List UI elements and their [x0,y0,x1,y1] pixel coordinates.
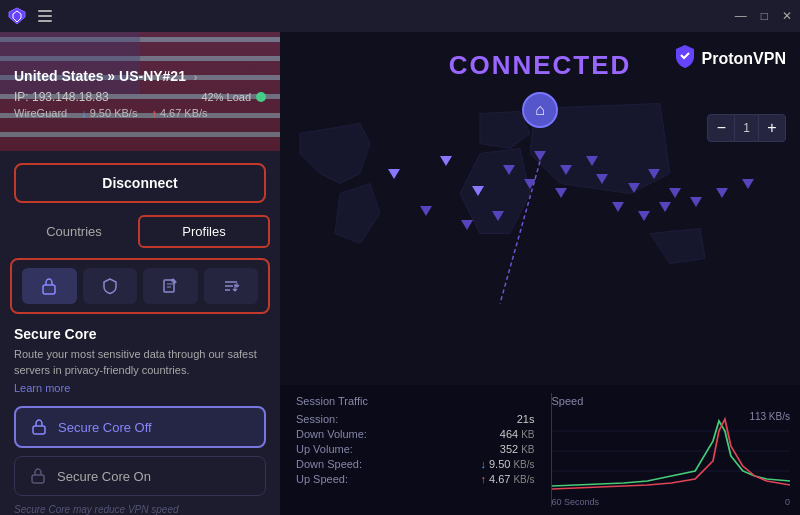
stat-row-up-speed: Up Speed: ↑ 4.67 KB/s [296,473,535,485]
up-speed-value: ↑ 4.67 KB/s [480,473,534,485]
down-speed-label: Down Speed: [296,458,362,470]
server-marker [472,186,484,196]
time-label-end: 0 [785,497,790,507]
up-arrow-icon: ↑ [151,107,157,119]
down-arrow-icon: ↓ [81,107,87,119]
speed-row: WireGuard ↓ 9.50 KB/s ↑ 4.67 KB/s [14,107,266,119]
filter-sort-btn[interactable] [204,268,259,304]
lock-icon [30,418,48,436]
panel-header: United States » US-NY#21 › IP: 193.148.1… [0,32,280,151]
main-layout: United States » US-NY#21 › IP: 193.148.1… [0,32,800,515]
titlebar: — □ ✕ [0,0,800,32]
session-value: 21s [517,413,535,425]
secure-core-off-button[interactable]: Secure Core Off [14,406,266,448]
server-marker [555,188,567,198]
minimize-button[interactable]: — [735,9,747,23]
server-marker [742,179,754,189]
up-speed-label: Up Speed: [296,473,348,485]
right-panel: CONNECTED ProtonVPN ⌂ − 1 + [280,32,800,515]
server-marker [534,151,546,161]
location-title[interactable]: United States » US-NY#21 › [14,68,266,84]
header-content: United States » US-NY#21 › IP: 193.148.1… [14,68,266,119]
filter-row [10,258,270,314]
server-marker [659,202,671,212]
server-marker [503,165,515,175]
filter-edit-btn[interactable] [143,268,198,304]
svg-rect-2 [43,285,55,294]
tab-countries[interactable]: Countries [10,217,138,246]
stat-row-down-vol: Down Volume: 464 KB [296,428,535,440]
server-marker [461,220,473,230]
tabs-row: Countries Profiles [0,215,280,248]
server-marker [612,202,624,212]
secure-core-section: Secure Core Route your most sensitive da… [0,326,280,504]
speed-chart: Speed 113 KB/s 60 Seconds [552,385,801,515]
secure-core-desc: Route your most sensitive data through o… [14,347,266,378]
server-marker [420,206,432,216]
speed-chart-svg [552,411,791,491]
server-marker [690,197,702,207]
session-label: Session: [296,413,338,425]
tab-profiles[interactable]: Profiles [138,215,270,248]
hamburger-icon[interactable] [36,7,54,25]
ip-label: IP: 193.148.18.83 [14,90,109,104]
server-marker [524,179,536,189]
server-marker [388,169,400,179]
filter-lock-btn[interactable] [22,268,77,304]
lock-outline-icon [29,467,47,485]
download-speed: ↓ 9.50 KB/s [81,107,137,119]
server-marker [669,188,681,198]
svg-rect-4 [33,426,45,434]
connected-label: CONNECTED [449,50,632,81]
up-volume-value: 352 KB [500,443,535,455]
maximize-button[interactable]: □ [761,9,768,23]
ip-row: IP: 193.148.18.83 42% Load [14,90,266,104]
down-volume-value: 464 KB [500,428,535,440]
session-traffic-title: Session Traffic [296,395,535,407]
load-indicator [256,92,266,102]
stat-row-up-vol: Up Volume: 352 KB [296,443,535,455]
server-marker [628,183,640,193]
down-speed-arrow: ↓ [480,458,486,470]
chart-max-label: 113 KB/s [749,411,790,422]
titlebar-left [8,7,54,25]
proton-shield-icon [674,44,696,73]
server-marker [596,174,608,184]
session-traffic: Session Traffic Session: 21s Down Volume… [280,385,551,515]
server-marker [716,188,728,198]
secure-core-on-button[interactable]: Secure Core On [14,456,266,496]
secure-core-off-label: Secure Core Off [58,420,152,435]
speed-chart-title: Speed [552,395,791,407]
left-panel: United States » US-NY#21 › IP: 193.148.1… [0,32,280,515]
up-volume-label: Up Volume: [296,443,353,455]
server-marker [440,156,452,166]
zoom-in-button[interactable]: + [758,114,786,142]
bottom-stats: Session Traffic Session: 21s Down Volume… [280,385,800,515]
zoom-controls: − 1 + [707,114,786,142]
close-button[interactable]: ✕ [782,9,792,23]
down-volume-label: Down Volume: [296,428,367,440]
chart-time-labels: 60 Seconds 0 [552,497,791,507]
window-controls: — □ ✕ [735,9,792,23]
server-marker [638,211,650,221]
zoom-out-button[interactable]: − [707,114,735,142]
secure-core-on-label: Secure Core On [57,469,151,484]
learn-more-link[interactable]: Learn more [14,382,266,394]
protocol-label: WireGuard [14,107,67,119]
down-speed-value: ↓ 9.50 KB/s [480,458,534,470]
zoom-level: 1 [735,114,758,142]
footnote: Secure Core may reduce VPN speed [0,504,280,515]
chevron-icon: › [194,71,198,83]
disconnect-button[interactable]: Disconnect [14,163,266,203]
proton-logo: ProtonVPN [674,44,786,73]
server-marker [560,165,572,175]
svg-rect-5 [32,475,44,483]
up-speed-arrow: ↑ [480,473,486,485]
server-marker [648,169,660,179]
upload-speed: ↑ 4.67 KB/s [151,107,207,119]
vpn-logo-icon [8,7,26,25]
filter-shield-btn[interactable] [83,268,138,304]
server-marker [492,211,504,221]
stat-row-session: Session: 21s [296,413,535,425]
server-marker [586,156,598,166]
